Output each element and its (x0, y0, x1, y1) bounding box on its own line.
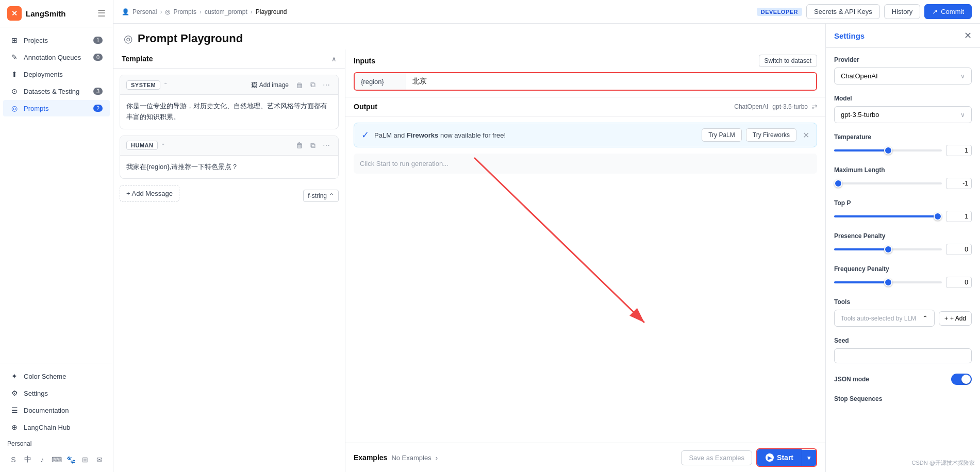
breadcrumb-personal[interactable]: Personal (132, 8, 157, 15)
playground-layout: Template ∧ SYSTEM ⌃ (113, 49, 825, 472)
user-label: Personal (7, 440, 31, 447)
sidebar-item-prompts[interactable]: ◎ Prompts 2 (3, 100, 110, 116)
format-selector[interactable]: f-string ⌃ (303, 190, 339, 202)
promo-text: PaLM and Fireworks now available for fre… (374, 131, 506, 139)
human-message-body[interactable]: 我家在{region},请推荐一下特色景点？ (120, 156, 338, 179)
add-tool-button[interactable]: + + Add (939, 311, 972, 326)
settings-close-btn[interactable]: ✕ (964, 30, 972, 41)
add-image-btn[interactable]: 🖼 Add image (249, 80, 291, 90)
compare-models-btn[interactable]: ⇄ (812, 103, 817, 110)
sidebar-item-docs[interactable]: ☰ Documentation (3, 402, 110, 418)
output-model: gpt-3.5-turbo (772, 103, 808, 110)
provider-select[interactable]: ChatOpenAI ∨ (834, 68, 972, 85)
sidebar-label-docs: Documentation (24, 407, 103, 414)
output-meta: ChatOpenAI gpt-3.5-turbo ⇄ (734, 103, 817, 110)
model-label: Model (834, 95, 972, 102)
developer-badge: DEVELOPER (757, 8, 802, 16)
system-message-body[interactable]: 你是一位专业的导游，对历史文化、自然地理、艺术风格等方面都有丰富的知识积累。 (120, 95, 338, 129)
system-copy-btn[interactable]: ⧉ (308, 79, 318, 90)
output-placeholder[interactable]: Click Start to run generation... (354, 154, 817, 174)
promo-left: ✓ PaLM and Fireworks now available for f… (361, 129, 506, 141)
input-value-region[interactable] (406, 73, 816, 90)
system-more-btn[interactable]: ⋯ (321, 80, 332, 90)
presence-slider-row (834, 244, 972, 255)
breadcrumb-custom-prompt[interactable]: custom_prompt (205, 8, 247, 15)
start-label: Start (777, 453, 793, 462)
frequency-penalty-slider[interactable] (834, 281, 942, 283)
json-mode-toggle[interactable] (951, 374, 972, 385)
examples-expand-btn[interactable]: › (436, 454, 438, 462)
prompts-icon: ◎ (10, 104, 19, 112)
content-area: ◎ Prompt Playground Template ∧ (113, 24, 980, 472)
save-examples-button[interactable]: Save as Examples (681, 450, 752, 465)
human-delete-btn[interactable]: 🗑 (294, 140, 305, 150)
commit-button[interactable]: ↗ Commit (924, 4, 972, 19)
presence-penalty-slider[interactable] (834, 248, 942, 250)
tools-select[interactable]: Tools auto-selected by LLM ⌃ (834, 310, 935, 327)
system-delete-btn[interactable]: 🗑 (294, 80, 305, 90)
bottom-icon-3[interactable]: ♪ (36, 453, 48, 466)
json-mode-group: JSON mode (834, 374, 972, 385)
inputs-row-0: {region} (355, 73, 816, 90)
input-key-region: {region} (355, 73, 406, 90)
max-length-slider-row (834, 178, 972, 189)
top-p-input[interactable] (946, 211, 972, 222)
temperature-input[interactable] (946, 145, 972, 156)
sidebar-bottom: ✦ Color Scheme ⚙ Settings ☰ Documentatio… (0, 363, 113, 472)
sidebar-item-projects[interactable]: ⊞ Projects 1 (3, 32, 110, 48)
human-copy-btn[interactable]: ⧉ (308, 140, 318, 151)
system-role-label[interactable]: SYSTEM (126, 80, 160, 90)
human-role-label[interactable]: HUMAN (126, 141, 158, 150)
start-button[interactable]: ▶ Start (757, 449, 802, 466)
secrets-keys-button[interactable]: Secrets & API Keys (806, 4, 880, 19)
try-palm-button[interactable]: Try PaLM (702, 128, 742, 142)
model-select[interactable]: gpt-3.5-turbo ∨ (834, 106, 972, 123)
sidebar-label-hub: LangChain Hub (24, 424, 103, 431)
add-message-button[interactable]: + Add Message (120, 185, 179, 202)
provider-group: Provider ChatOpenAI ∨ (834, 56, 972, 85)
seed-group: Seed (834, 337, 972, 363)
promo-close-btn[interactable]: ✕ (803, 130, 809, 140)
sidebar-item-annotation[interactable]: ✎ Annotation Queues 0 (3, 49, 110, 65)
seed-input[interactable] (834, 348, 972, 363)
bottom-icon-7[interactable]: ✉ (93, 453, 106, 466)
add-message-label: + Add Message (126, 190, 173, 197)
datasets-icon: ⊙ (10, 87, 19, 95)
sidebar-label-annotation: Annotation Queues (24, 54, 88, 61)
sidebar-toggle-btn[interactable]: ☰ (97, 8, 106, 19)
history-button[interactable]: History (884, 4, 920, 19)
presence-penalty-input[interactable] (946, 244, 972, 255)
top-p-slider[interactable] (834, 215, 942, 217)
temperature-slider[interactable] (834, 149, 942, 151)
temperature-group: Temperature (834, 133, 972, 156)
breadcrumb: 👤 Personal › ◎ Prompts › custom_prompt ›… (122, 8, 287, 15)
max-length-input[interactable] (946, 178, 972, 189)
template-collapse-btn[interactable]: ∧ (331, 55, 337, 63)
breadcrumb-prompts[interactable]: Prompts (173, 8, 196, 15)
human-more-btn[interactable]: ⋯ (321, 140, 332, 150)
bottom-bar: Examples No Examples › Save as Examples (345, 443, 825, 472)
sidebar-item-deployments[interactable]: ⬆ Deployments (3, 66, 110, 82)
start-dropdown-btn[interactable]: ▾ (802, 450, 816, 466)
top-p-label: Top P (834, 199, 972, 207)
sidebar-item-color-scheme[interactable]: ✦ Color Scheme (3, 368, 110, 384)
add-tool-plus: + (944, 315, 948, 322)
io-panel: Inputs Switch to dataset {region} (345, 49, 825, 472)
human-role-badge: HUMAN ⌃ (126, 141, 165, 150)
sidebar-item-settings[interactable]: ⚙ Settings (3, 385, 110, 401)
bottom-icon-1[interactable]: S (7, 453, 20, 466)
sidebar-item-hub[interactable]: ⊕ LangChain Hub (3, 419, 110, 435)
try-fireworks-button[interactable]: Try Fireworks (746, 128, 796, 142)
frequency-penalty-input[interactable] (946, 277, 972, 288)
bottom-icon-5[interactable]: 🐾 (64, 453, 77, 466)
bottom-icon-2[interactable]: 中 (22, 453, 34, 466)
bottom-icon-6[interactable]: ⊞ (79, 453, 91, 466)
bottom-icon-4[interactable]: ⌨ (51, 453, 63, 466)
stop-sequences-label: Stop Sequences (834, 395, 972, 402)
sidebar-label-datasets: Datasets & Testing (24, 88, 88, 95)
system-role-badge: SYSTEM ⌃ (126, 80, 168, 90)
sidebar-item-datasets[interactable]: ⊙ Datasets & Testing 3 (3, 83, 110, 99)
stop-sequences-group: Stop Sequences (834, 395, 972, 402)
switch-dataset-button[interactable]: Switch to dataset (759, 55, 817, 67)
max-length-slider[interactable] (834, 182, 942, 184)
